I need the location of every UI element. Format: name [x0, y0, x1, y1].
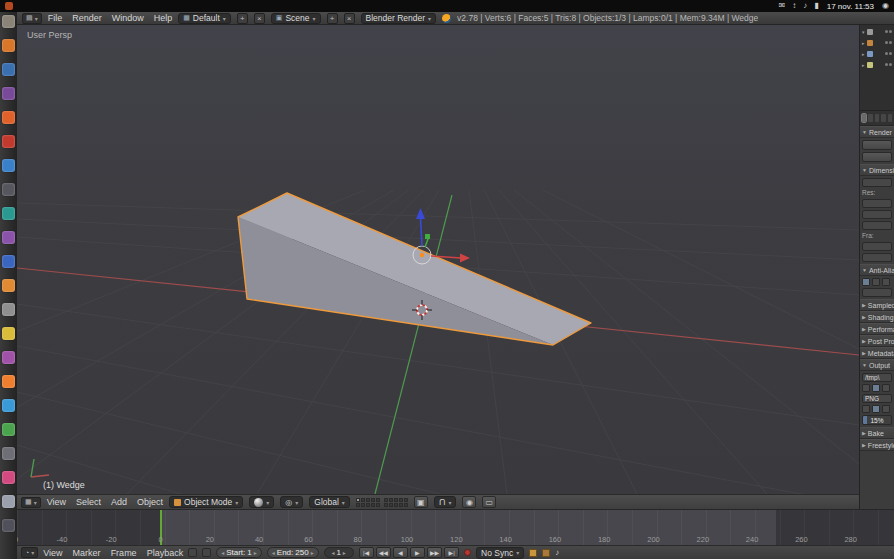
- panel-section-shading[interactable]: ▶ Shading: [860, 311, 894, 323]
- panel-section-sampled-motion-blur[interactable]: ▶ Sampled Motion Blur: [860, 299, 894, 311]
- increment-icon[interactable]: ▸: [311, 549, 314, 556]
- clock[interactable]: 17 nov. 11:53: [827, 2, 874, 11]
- launcher-icon[interactable]: [2, 519, 15, 532]
- resolution-percent-field[interactable]: [862, 221, 892, 230]
- pivot-point-dropdown[interactable]: ◎ ▾: [280, 496, 303, 508]
- visibility-icon[interactable]: [885, 30, 888, 33]
- layer-toggle[interactable]: [371, 503, 375, 507]
- tab-render-layers[interactable]: [868, 114, 872, 122]
- panel-section-output[interactable]: ▼ Output: [860, 359, 894, 371]
- menu-item[interactable]: File: [48, 13, 63, 23]
- launcher-icon[interactable]: [2, 327, 15, 340]
- launcher-icon[interactable]: [2, 183, 15, 196]
- menu-item[interactable]: View: [47, 497, 66, 507]
- layer-toggle[interactable]: [376, 498, 380, 502]
- render-toggle-icon[interactable]: [889, 52, 892, 55]
- panel-section-performance[interactable]: ▶ Performance: [860, 323, 894, 335]
- file-extensions-toggle[interactable]: [872, 384, 880, 392]
- tab-scene[interactable]: [875, 114, 879, 122]
- output-path-field[interactable]: /tmp\: [862, 373, 892, 382]
- layer-toggle[interactable]: [384, 503, 388, 507]
- render-preset-dropdown[interactable]: [862, 178, 892, 187]
- layer-toggle[interactable]: [376, 503, 380, 507]
- tray-icon[interactable]: ▮: [814, 1, 818, 11]
- outliner-panel[interactable]: ▾ ▸ ▸ ▸: [859, 25, 894, 111]
- layer-toggle[interactable]: [394, 503, 398, 507]
- add-layout-button[interactable]: +: [237, 13, 248, 24]
- playback-button[interactable]: ◀: [393, 547, 408, 558]
- editor-type-button[interactable]: ▤ ▾: [22, 13, 42, 24]
- editor-type-button[interactable]: ▦ ▾: [21, 497, 41, 508]
- compression-slider[interactable]: 15%: [862, 415, 892, 425]
- outliner-row[interactable]: ▸: [862, 49, 892, 58]
- menu-item[interactable]: View: [43, 548, 62, 558]
- visibility-icon[interactable]: [885, 63, 888, 66]
- panel-section-post-processing[interactable]: ▶ Post Processing: [860, 335, 894, 347]
- layer-toggle[interactable]: [366, 503, 370, 507]
- manipulator-z-arrow[interactable]: [421, 218, 423, 246]
- launcher-icon[interactable]: [2, 135, 15, 148]
- launcher-icon[interactable]: [2, 279, 15, 292]
- animation-button[interactable]: [862, 152, 892, 162]
- outliner-row[interactable]: ▸: [862, 38, 892, 47]
- launcher-icon[interactable]: [2, 399, 15, 412]
- aa-samples-toggle[interactable]: [872, 278, 880, 286]
- editor-type-button[interactable]: ◔ ▾: [21, 547, 38, 558]
- playback-button[interactable]: |◀: [359, 547, 374, 558]
- increment-icon[interactable]: ▸: [343, 549, 346, 556]
- cache-toggle[interactable]: [882, 384, 890, 392]
- record-button[interactable]: [464, 549, 471, 556]
- launcher-icon[interactable]: [2, 423, 15, 436]
- menu-item[interactable]: Marker: [73, 548, 101, 558]
- viewport-shading-dropdown[interactable]: ▾: [249, 496, 274, 508]
- launcher-icon[interactable]: [2, 87, 15, 100]
- menu-item[interactable]: Window: [112, 13, 144, 23]
- launcher-icon[interactable]: [2, 207, 15, 220]
- sync-mode-dropdown[interactable]: No Sync ▾: [476, 547, 524, 559]
- playback-button[interactable]: ▶▶: [427, 547, 442, 558]
- menu-item[interactable]: Add: [111, 497, 127, 507]
- overwrite-toggle[interactable]: [862, 384, 870, 392]
- color-bw-toggle[interactable]: [862, 405, 870, 413]
- timeline-ruler[interactable]: -60-40-200204060801001201401601802002202…: [17, 509, 894, 545]
- tab-object[interactable]: [888, 114, 892, 122]
- launcher-icon[interactable]: [2, 447, 15, 460]
- layer-toggle[interactable]: [384, 498, 388, 502]
- render-toggle-icon[interactable]: [889, 30, 892, 33]
- layer-toggle[interactable]: [404, 503, 408, 507]
- launcher-icon[interactable]: [2, 375, 15, 388]
- layer-toggle[interactable]: [371, 498, 375, 502]
- opengl-render-button[interactable]: ◉: [462, 496, 476, 508]
- manipulator-y-handle[interactable]: [425, 234, 430, 239]
- layer-toggle[interactable]: [366, 498, 370, 502]
- menu-item[interactable]: Frame: [111, 548, 137, 558]
- manipulator-x-arrowhead[interactable]: [460, 254, 470, 263]
- keying-set-icon[interactable]: [529, 549, 537, 557]
- disclosure-icon[interactable]: ▸: [862, 40, 865, 46]
- frame-end-field[interactable]: [862, 253, 892, 262]
- decrement-icon[interactable]: ◂: [272, 549, 275, 556]
- aa-filter-dropdown[interactable]: [862, 288, 892, 297]
- panel-section-metadata[interactable]: ▶ Metadata: [860, 347, 894, 359]
- current-frame-field[interactable]: ◂ 1 ▸: [324, 547, 354, 558]
- menu-item[interactable]: Playback: [147, 548, 184, 558]
- start-frame-field[interactable]: ◂ Start: 1 ▸: [216, 547, 262, 558]
- disclosure-icon[interactable]: ▾: [862, 29, 865, 35]
- delete-scene-button[interactable]: ×: [344, 13, 355, 24]
- panel-section-dimensions[interactable]: ▼ Dimensions: [860, 164, 894, 176]
- launcher-icon[interactable]: [2, 495, 15, 508]
- visibility-icon[interactable]: [885, 41, 888, 44]
- layer-toggle[interactable]: [399, 503, 403, 507]
- lock-time-toggle[interactable]: [202, 548, 211, 557]
- tab-render[interactable]: [862, 114, 866, 122]
- layer-toggle[interactable]: [404, 498, 408, 502]
- add-scene-button[interactable]: +: [327, 13, 338, 24]
- resolution-x-field[interactable]: [862, 199, 892, 208]
- aa-samples-toggle[interactable]: [882, 278, 890, 286]
- render-toggle-icon[interactable]: [889, 63, 892, 66]
- menu-item[interactable]: Object: [137, 497, 163, 507]
- end-frame-field[interactable]: ◂ End: 250 ▸: [267, 547, 319, 558]
- use-preview-range-toggle[interactable]: [188, 548, 197, 557]
- launcher-icon[interactable]: [2, 39, 15, 52]
- audio-mute-icon[interactable]: ♪: [555, 548, 559, 558]
